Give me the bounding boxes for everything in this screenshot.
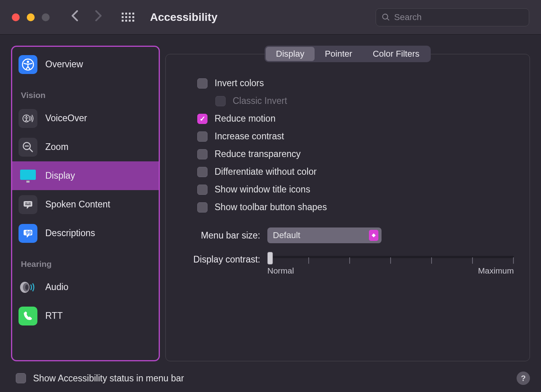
svg-point-3 — [26, 116, 27, 117]
checkbox-reduce-transparency[interactable] — [197, 149, 208, 159]
descriptions-icon: 99 — [19, 224, 37, 243]
menu-bar-size-label: Menu bar size: — [185, 230, 260, 241]
sidebar-item-descriptions[interactable]: 99 Descriptions — [12, 219, 159, 248]
svg-rect-10 — [28, 203, 31, 203]
show-all-icon[interactable] — [122, 13, 134, 22]
check-label: Differentiate without color — [215, 166, 317, 177]
sidebar-label: RTT — [45, 311, 63, 321]
sidebar-label: Overview — [45, 59, 83, 70]
check-label: Increase contrast — [215, 131, 284, 142]
segmented-control: Display Pointer Color Filters — [265, 46, 431, 62]
check-label: Reduce transparency — [215, 149, 301, 159]
sidebar-label: Spoken Content — [45, 199, 110, 210]
footer-label: Show Accessibility status in menu bar — [33, 373, 184, 384]
check-label: Show window title icons — [215, 184, 310, 195]
sidebar-item-voiceover[interactable]: VoiceOver — [12, 104, 159, 133]
menu-bar-size-select[interactable]: Default — [267, 227, 382, 243]
display-contrast-slider[interactable]: Normal Maximum — [267, 253, 514, 276]
display-icon — [19, 166, 37, 185]
svg-rect-9 — [25, 204, 31, 205]
row-reduce-transparency[interactable]: Reduce transparency — [197, 149, 514, 159]
svg-text:99: 99 — [26, 229, 32, 236]
row-classic-invert: Classic Invert — [197, 96, 514, 106]
check-label: Invert colors — [215, 78, 264, 89]
row-invert-colors[interactable]: Invert colors — [197, 78, 514, 89]
sidebar-label: Display — [45, 170, 75, 181]
svg-point-15 — [25, 285, 28, 290]
back-button[interactable] — [71, 10, 78, 24]
svg-rect-8 — [25, 203, 28, 203]
display-contrast-label: Display contrast: — [185, 253, 260, 265]
select-stepper-icon — [369, 230, 378, 241]
checkbox-increase-contrast[interactable] — [197, 131, 208, 142]
checklist: Invert colors Classic Invert Reduce moti… — [182, 78, 514, 213]
forward-button — [95, 10, 102, 24]
footer: Show Accessibility status in menu bar ? — [0, 367, 541, 392]
checkbox-classic-invert — [215, 96, 226, 106]
menu-bar-size-row: Menu bar size: Default — [182, 227, 514, 243]
row-differentiate-no-color[interactable]: Differentiate without color — [197, 166, 514, 177]
sidebar-item-audio[interactable]: Audio — [12, 273, 159, 301]
check-label: Classic Invert — [233, 96, 287, 106]
sidebar-label: Descriptions — [45, 228, 95, 239]
svg-rect-5 — [20, 170, 36, 180]
row-toolbar-shapes[interactable]: Show toolbar button shapes — [197, 202, 514, 213]
slider-track[interactable] — [267, 256, 514, 258]
close-button[interactable] — [12, 13, 20, 21]
checkbox-toolbar-shapes[interactable] — [197, 202, 208, 213]
checkbox-status-menubar[interactable] — [16, 373, 26, 383]
voiceover-icon — [19, 109, 37, 128]
tab-pointer[interactable]: Pointer — [315, 47, 363, 61]
display-contrast-row: Display contrast: Normal Maximum — [182, 253, 514, 276]
checkbox-reduce-motion[interactable] — [197, 114, 208, 124]
sidebar-item-overview[interactable]: Overview — [12, 50, 159, 79]
slider-labels: Normal Maximum — [267, 266, 514, 276]
audio-icon — [19, 278, 37, 297]
row-reduce-motion[interactable]: Reduce motion — [197, 113, 514, 124]
main-panel: Display Pointer Color Filters Invert col… — [165, 46, 530, 361]
sidebar-item-spoken-content[interactable]: Spoken Content — [12, 190, 159, 219]
row-window-title-icons[interactable]: Show window title icons — [197, 184, 514, 195]
display-panel-body: Invert colors Classic Invert Reduce moti… — [165, 54, 530, 361]
sidebar-label: Zoom — [45, 142, 69, 152]
accessibility-window: Accessibility Overview Vision VoiceOver — [0, 0, 541, 392]
check-label: Show toolbar button shapes — [215, 202, 327, 213]
sidebar-item-display[interactable]: Display — [12, 161, 159, 190]
minimize-button[interactable] — [27, 13, 35, 21]
search-input[interactable] — [394, 12, 523, 22]
tabs: Display Pointer Color Filters — [165, 46, 530, 62]
slider-thumb[interactable] — [267, 252, 273, 264]
search-icon — [382, 13, 390, 22]
slider-max-label: Maximum — [478, 266, 514, 276]
rtt-icon — [19, 307, 37, 325]
check-label: Reduce motion — [215, 113, 276, 124]
checkbox-invert-colors[interactable] — [197, 78, 208, 89]
help-button[interactable]: ? — [517, 372, 530, 385]
traffic-lights — [12, 13, 50, 21]
sidebar-label: VoiceOver — [45, 113, 87, 124]
body-area: Overview Vision VoiceOver Zoom Displa — [0, 35, 541, 367]
titlebar: Accessibility — [0, 0, 541, 35]
svg-rect-7 — [24, 201, 32, 207]
sidebar-item-rtt[interactable]: RTT — [12, 301, 159, 330]
zoom-button — [42, 13, 50, 21]
svg-point-1 — [27, 61, 29, 63]
section-header-vision: Vision — [12, 79, 159, 104]
tab-display[interactable]: Display — [266, 47, 315, 61]
checkbox-window-title-icons[interactable] — [197, 185, 208, 195]
row-increase-contrast[interactable]: Increase contrast — [197, 131, 514, 142]
accessibility-icon — [19, 55, 37, 74]
sidebar: Overview Vision VoiceOver Zoom Displa — [11, 46, 160, 361]
window-title: Accessibility — [150, 11, 376, 24]
zoom-icon — [19, 138, 37, 157]
checkbox-differentiate-no-color[interactable] — [197, 167, 208, 177]
slider-min-label: Normal — [267, 266, 294, 276]
sidebar-item-zoom[interactable]: Zoom — [12, 133, 159, 161]
spoken-content-icon — [19, 195, 37, 214]
select-value: Default — [273, 230, 300, 240]
sidebar-label: Audio — [45, 282, 69, 292]
section-header-hearing: Hearing — [12, 248, 159, 273]
svg-rect-6 — [26, 181, 30, 183]
tab-color-filters[interactable]: Color Filters — [363, 47, 430, 61]
search-field[interactable] — [376, 8, 529, 26]
